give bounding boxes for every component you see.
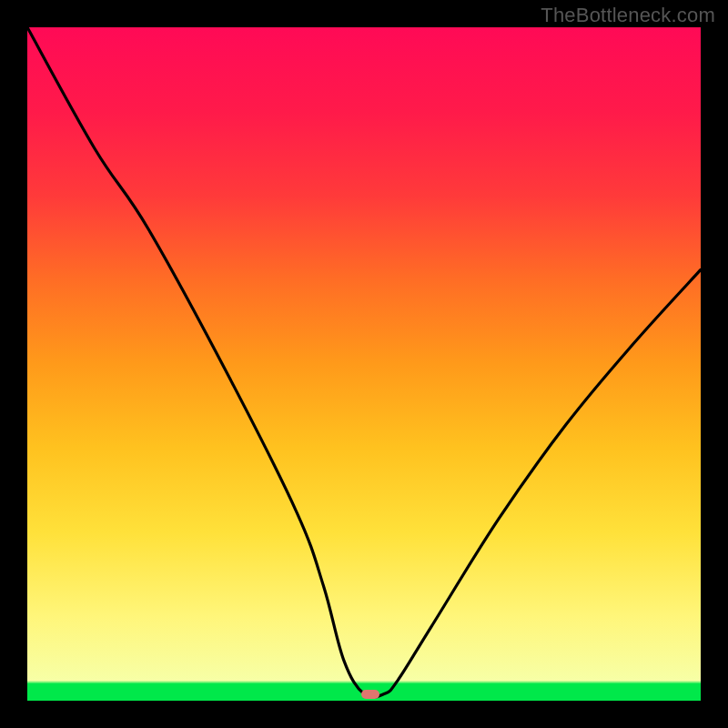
bottleneck-curve xyxy=(27,27,701,701)
minimum-marker xyxy=(361,690,379,699)
plot-area xyxy=(27,27,701,701)
chart-frame: TheBottleneck.com xyxy=(0,0,728,728)
curve-path xyxy=(27,27,701,697)
watermark-text: TheBottleneck.com xyxy=(541,4,715,27)
